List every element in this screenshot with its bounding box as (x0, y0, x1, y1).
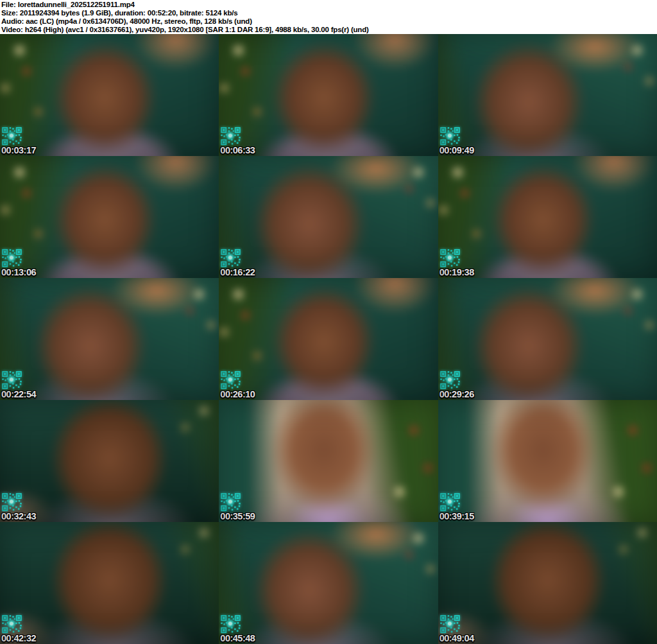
thumbnail-placeholder-art (438, 400, 657, 522)
thumbnail-placeholder-art (438, 278, 657, 400)
thumbnail-placeholder-art (0, 400, 219, 522)
timestamp-overlay: 00:13:06 (1, 267, 36, 278)
video-thumbnail: 00:09:49 (438, 34, 657, 156)
timestamp-overlay: 00:22:54 (1, 389, 36, 400)
thumbnail-placeholder-art (219, 34, 438, 156)
thumbnail-placeholder-art (438, 522, 657, 644)
thumbnail-placeholder-art (438, 156, 657, 278)
video-thumbnail: 00:19:38 (438, 156, 657, 278)
qr-watermark-icon (440, 615, 460, 633)
media-info-header: File: lorettadunnelli_202512251911.mp4 S… (0, 0, 657, 34)
timestamp-overlay: 00:42:32 (1, 633, 36, 644)
qr-watermark-icon (221, 127, 241, 145)
thumbnail-placeholder-art (219, 522, 438, 644)
thumbnail-placeholder-art (0, 522, 219, 644)
qr-watermark-icon (2, 127, 22, 145)
video-thumbnail: 00:39:15 (438, 400, 657, 522)
video-thumbnail: 00:42:32 (0, 522, 219, 644)
file-info-line: File: lorettadunnelli_202512251911.mp4 (1, 1, 657, 9)
video-thumbnail: 00:45:48 (219, 522, 438, 644)
video-thumbnail: 00:26:10 (219, 278, 438, 400)
qr-watermark-icon (2, 371, 22, 389)
thumbnail-placeholder-art (438, 34, 657, 156)
thumbnail-grid: 00:03:17 (0, 34, 657, 644)
timestamp-overlay: 00:19:38 (439, 267, 474, 278)
qr-watermark-icon (221, 615, 241, 633)
timestamp-overlay: 00:26:10 (220, 389, 255, 400)
thumbnail-placeholder-art (219, 400, 438, 522)
thumbnail-placeholder-art (219, 156, 438, 278)
video-thumbnail: 00:16:22 (219, 156, 438, 278)
qr-watermark-icon (2, 615, 22, 633)
video-thumbnail: 00:35:59 (219, 400, 438, 522)
timestamp-overlay: 00:06:33 (220, 145, 255, 156)
timestamp-overlay: 00:39:15 (439, 511, 474, 522)
video-contact-sheet: File: lorettadunnelli_202512251911.mp4 S… (0, 0, 657, 644)
video-thumbnail: 00:29:26 (438, 278, 657, 400)
timestamp-overlay: 00:32:43 (1, 511, 36, 522)
qr-watermark-icon (2, 493, 22, 511)
timestamp-overlay: 00:49:04 (439, 633, 474, 644)
qr-watermark-icon (440, 493, 460, 511)
timestamp-overlay: 00:16:22 (220, 267, 255, 278)
qr-watermark-icon (440, 371, 460, 389)
audio-info-line: Audio: aac (LC) (mp4a / 0x6134706D), 480… (1, 17, 657, 26)
timestamp-overlay: 00:29:26 (439, 389, 474, 400)
timestamp-overlay: 00:45:48 (220, 633, 255, 644)
video-info-line: Video: h264 (High) (avc1 / 0x31637661), … (1, 26, 657, 34)
video-thumbnail: 00:22:54 (0, 278, 219, 400)
video-thumbnail: 00:13:06 (0, 156, 219, 278)
qr-watermark-icon (440, 249, 460, 267)
video-thumbnail: 00:06:33 (219, 34, 438, 156)
qr-watermark-icon (221, 371, 241, 389)
timestamp-overlay: 00:35:59 (220, 511, 255, 522)
timestamp-overlay: 00:03:17 (1, 145, 36, 156)
video-thumbnail: 00:32:43 (0, 400, 219, 522)
thumbnail-placeholder-art (0, 278, 219, 400)
timestamp-overlay: 00:09:49 (439, 145, 474, 156)
video-thumbnail: 00:49:04 (438, 522, 657, 644)
qr-watermark-icon (221, 493, 241, 511)
qr-watermark-icon (2, 249, 22, 267)
qr-watermark-icon (221, 249, 241, 267)
qr-watermark-icon (440, 127, 460, 145)
video-thumbnail: 00:03:17 (0, 34, 219, 156)
thumbnail-placeholder-art (219, 278, 438, 400)
thumbnail-placeholder-art (0, 156, 219, 278)
size-info-line: Size: 2011924394 bytes (1.9 GiB), durati… (1, 9, 657, 17)
thumbnail-placeholder-art (0, 34, 219, 156)
